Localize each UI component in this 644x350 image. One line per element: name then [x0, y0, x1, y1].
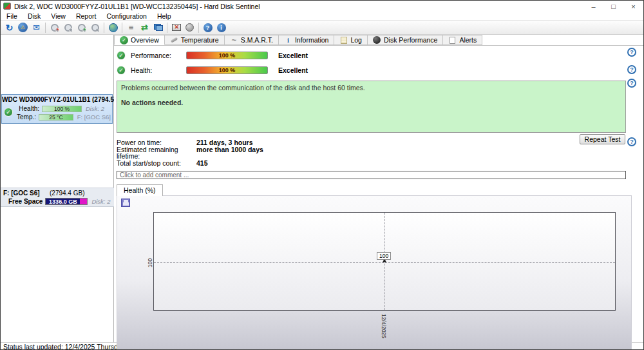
title-bar: Disk 2, WDC WD3000FYYZ-01UL1B1 [WD-WCC13… [1, 1, 643, 12]
menu-file[interactable]: File [1, 12, 23, 20]
tab-disk-performance[interactable]: Disk Performance [368, 35, 443, 45]
menu-bar: File Disk View Report Configuration Help [1, 12, 643, 20]
free-space-remainder [80, 199, 87, 204]
power-on-time-label: Power on time: [117, 139, 196, 146]
tab-log[interactable]: Log [334, 35, 368, 45]
menu-help[interactable]: Help [152, 12, 176, 20]
performance-label: Performance: [131, 52, 186, 59]
help-health-icon[interactable]: ? [627, 65, 636, 74]
detect-disk-gray-icon[interactable] [61, 21, 75, 34]
disk-temp-bar: 25 °C [39, 114, 73, 121]
health-status: Excellent [278, 66, 308, 74]
performance-row: ✓ Performance: 100 % Excellent [117, 50, 643, 61]
window-controls: – □ × [583, 1, 643, 12]
thermometer-icon [170, 36, 178, 44]
info-row: Total start/stop count: 415 [117, 160, 643, 167]
disk-temp-label: Temp.: [16, 113, 36, 121]
info-icon[interactable]: i [214, 21, 228, 34]
menu-disk[interactable]: Disk [23, 12, 46, 20]
performance-check-icon: ✓ [117, 51, 126, 60]
partition-size: (2794.4 GB) [50, 190, 84, 197]
menu-report[interactable]: Report [71, 12, 102, 20]
performance-bar: 100 % [186, 52, 268, 59]
remaining-lifetime-label: Estimated remaining lifetime: [117, 146, 196, 160]
health-chart-tab[interactable]: Health (%) [117, 184, 163, 196]
network-computers-icon[interactable] [151, 21, 165, 34]
menu-configuration[interactable]: Configuration [101, 12, 151, 20]
disk-health-bar: 100 % [42, 106, 82, 112]
disk-health-check-icon: ✓ [4, 108, 13, 117]
log-icon [339, 36, 348, 44]
disk-list-item-selected[interactable]: WDC WD3000FYYZ-01UL1B1 (2794.5 GB) ✓ Hea… [1, 94, 113, 124]
comment-input[interactable] [117, 171, 626, 179]
detect-disk-green-icon[interactable] [75, 21, 88, 34]
free-space-value: 1336.0 GB [46, 199, 80, 204]
data-point-label: 100 [377, 252, 391, 260]
toolbar-separator [167, 23, 167, 33]
toolbar: ↻ ⚠ ✉ ≡ ⇄ ? i [1, 20, 643, 35]
close-button[interactable]: × [623, 1, 643, 12]
repeat-test-button[interactable]: Repeat Test [580, 134, 625, 144]
disk-volume-label: F: [GOC S6] [77, 113, 111, 121]
status-message-box: Problems occurred between the communicat… [117, 81, 626, 133]
tab-information[interactable]: i Information [279, 35, 335, 45]
partition-disk-number: Disk: 2 [91, 198, 110, 205]
lifetime-info-section: Power on time: 211 days, 3 hours Estimat… [117, 139, 643, 166]
partition-list-item[interactable]: F: [GOC S6] (2794.4 GB) Free Space 1336.… [1, 188, 114, 207]
disk-title: WDC WD3000FYYZ-01UL1B1 (2794.5 GB) [2, 95, 112, 104]
x-axis-tick: 12/4/2025 [381, 314, 387, 338]
health-label: Health: [131, 66, 186, 74]
y-axis-tick: 100 [147, 258, 153, 267]
partition-title: F: [GOC S6] [3, 190, 50, 197]
info-row: Power on time: 211 days, 3 hours [117, 139, 643, 146]
save-chart-icon[interactable] [121, 199, 130, 207]
tab-alerts[interactable]: Alerts [443, 35, 482, 45]
maximize-button[interactable]: □ [603, 1, 623, 12]
disk-health-label: Health: [16, 105, 39, 112]
toolbar-separator [104, 23, 104, 33]
status-message-line2: No actions needed. [121, 99, 621, 106]
health-check-icon: ✓ [117, 66, 126, 75]
overview-panel: ✓ Overview Temperature ~ S.M.A.R.T. i In… [114, 35, 643, 342]
toolbar-separator [198, 23, 199, 33]
health-bar: 100 % [186, 66, 268, 74]
help-repeat-test-icon[interactable]: ? [627, 137, 636, 146]
health-chart-plot: 100 100 12/4/2025 [153, 212, 616, 311]
gauge-icon[interactable] [183, 21, 196, 34]
status-message-line1: Problems occurred between the communicat… [121, 84, 621, 92]
disk-list-sidebar: WDC WD3000FYYZ-01UL1B1 (2794.5 GB) ✓ Hea… [1, 35, 114, 342]
menu-view[interactable]: View [46, 12, 71, 20]
main-body: WDC WD3000FYYZ-01UL1B1 (2794.5 GB) ✓ Hea… [1, 35, 643, 342]
start-stop-count-value: 415 [196, 160, 208, 167]
surface-test-icon[interactable] [169, 21, 183, 34]
free-space-label: Free Space [8, 198, 43, 205]
alert-settings-icon[interactable]: ⚠ [16, 21, 30, 34]
help-icon[interactable]: ? [201, 21, 214, 34]
remaining-lifetime-value: more than 1000 days [196, 146, 263, 160]
tab-overview[interactable]: ✓ Overview [114, 35, 165, 45]
minimize-button[interactable]: – [583, 1, 603, 12]
power-on-time-value: 211 days, 3 hours [196, 139, 253, 146]
refresh-icon[interactable]: ↻ [3, 21, 16, 34]
sync-icon[interactable]: ⇄ [138, 21, 151, 34]
help-performance-icon[interactable]: ? [627, 48, 636, 57]
tab-bar: ✓ Overview Temperature ~ S.M.A.R.T. i In… [114, 35, 643, 46]
free-space-bar: 1336.0 GB [45, 198, 88, 205]
tab-smart[interactable]: ~ S.M.A.R.T. [225, 35, 279, 45]
health-chart-panel: 100 100 12/4/2025 [117, 195, 632, 350]
start-stop-count-label: Total start/stop count: [117, 160, 196, 167]
network-globe-icon[interactable] [106, 21, 120, 34]
tab-temperature[interactable]: Temperature [165, 35, 225, 45]
window-title: Disk 2, WDC WD3000FYYZ-01UL1B1 [WD-WCC13… [14, 3, 260, 10]
check-icon: ✓ [120, 36, 128, 44]
report-icon[interactable]: ✉ [30, 21, 43, 34]
detect-disk-icon[interactable] [88, 21, 102, 34]
disk-performance-icon [373, 36, 381, 44]
help-message-icon[interactable]: ? [627, 79, 636, 88]
information-icon: i [284, 36, 292, 44]
report-list-icon[interactable]: ≡ [124, 21, 138, 34]
info-row: Estimated remaining lifetime: more than … [117, 146, 643, 160]
toolbar-separator [45, 23, 46, 33]
detect-disk-red-icon[interactable] [48, 21, 61, 34]
alerts-icon [448, 36, 457, 44]
